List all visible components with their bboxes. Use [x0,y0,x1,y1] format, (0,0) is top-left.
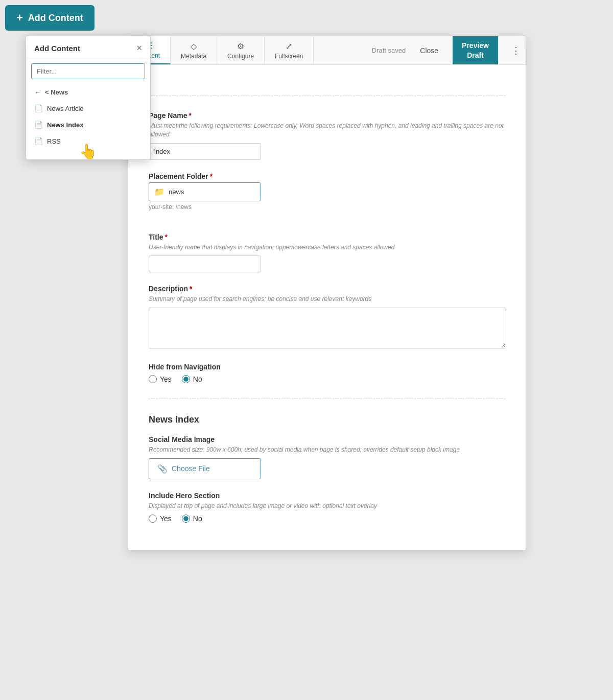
news-index-icon: 📄 [34,121,43,129]
preview-draft-button[interactable]: Preview Draft [453,36,498,64]
tab-metadata-label: Metadata [181,53,206,60]
configure-tab-icon: ⚙ [237,41,244,51]
tab-configure[interactable]: ⚙ Configure [217,36,265,64]
fullscreen-tab-icon: ⤢ [286,41,292,51]
hide-nav-no[interactable]: No [182,375,202,383]
hide-nav-no-radio[interactable] [182,375,190,383]
file-icon: 📎 [157,464,168,474]
add-content-panel: Add Content × ← < News 📄 News Article 📄 … [26,36,151,160]
page-name-field-group: Page Name* Must meet the following requi… [149,111,505,160]
placement-folder-field-group: Placement Folder* 📁 your-site: /news [149,172,505,211]
top-divider [149,96,505,96]
include-hero-hint: Displayed at top of page and includes la… [149,502,505,510]
hero-yes-radio[interactable] [149,515,157,523]
plus-icon: + [16,12,23,24]
middle-divider [149,399,505,399]
hero-radio-group: Yes No [149,515,505,523]
news-article-label: News Article [47,105,84,112]
description-label: Description* [149,285,505,293]
page-name-input[interactable] [149,143,261,160]
description-field-group: Description* Summary of page used for se… [149,285,505,351]
hero-no-label: No [193,515,202,523]
rss-icon: 📄 [34,137,43,145]
add-content-label: Add Content [28,13,83,24]
description-textarea[interactable] [149,308,506,348]
hide-from-nav-label: Hide from Navigation [149,363,505,371]
editor-card: ☰ Content ◇ Metadata ⚙ Configure ⤢ Fulls… [128,36,526,551]
editor-toolbar: ☰ Content ◇ Metadata ⚙ Configure ⤢ Fulls… [128,36,526,65]
draft-saved-status: Draft saved [372,46,406,54]
folder-icon: 📁 [154,187,164,197]
hide-from-nav-radio-group: Yes No [149,375,505,383]
hide-nav-yes[interactable]: Yes [149,375,172,383]
back-label: < News [45,88,68,96]
choose-file-label: Choose File [172,464,210,473]
metadata-tab-icon: ◇ [191,41,197,51]
tab-fullscreen-label: Fullscreen [275,53,303,60]
hide-from-nav-field-group: Hide from Navigation Yes No [149,363,505,383]
hide-nav-yes-radio[interactable] [149,375,157,383]
news-index-label: News Index [47,121,84,129]
social-media-image-field-group: Social Media Image Recommended size: 900… [149,435,505,479]
social-media-image-hint: Recommended size: 900w x 600h; used by s… [149,446,505,454]
panel-title: Add Content [34,44,80,53]
add-content-button[interactable]: + Add Content [5,5,95,31]
nav-item-news-index[interactable]: 📄 News Index [26,116,150,133]
choose-file-button[interactable]: 📎 Choose File [149,458,261,479]
tab-metadata[interactable]: ◇ Metadata [171,36,217,64]
placement-folder-path: your-site: /news [149,203,505,211]
news-index-section-heading: News Index [149,414,505,425]
title-field-group: Title* User-friendly name that displays … [149,233,505,273]
hero-yes[interactable]: Yes [149,515,172,523]
hero-yes-label: Yes [160,515,172,523]
preview-draft-label: Preview Draft [462,41,489,59]
content-area: Page Name* Must meet the following requi… [128,65,526,550]
folder-input-wrapper[interactable]: 📁 [149,182,261,201]
title-hint: User-friendly name that displays in navi… [149,243,505,252]
title-label: Title* [149,233,505,241]
tab-fullscreen[interactable]: ⤢ Fullscreen [265,36,314,64]
nav-item-news-article[interactable]: 📄 News Article [26,100,150,116]
nav-back-news[interactable]: ← < News [26,84,150,100]
placement-folder-label: Placement Folder* [149,172,505,180]
panel-header: Add Content × [26,36,150,58]
tab-group: ☰ Content ◇ Metadata ⚙ Configure ⤢ Fulls… [128,36,314,64]
tab-configure-label: Configure [227,53,254,60]
include-hero-label: Include Hero Section [149,492,505,500]
hide-nav-no-label: No [193,375,202,383]
placement-folder-input[interactable] [169,188,255,196]
news-article-icon: 📄 [34,104,43,112]
more-options-button[interactable]: ⋮ [506,36,526,64]
include-hero-field-group: Include Hero Section Displayed at top of… [149,492,505,523]
hero-no-radio[interactable] [182,515,190,523]
toolbar-right: Draft saved Close Preview Draft ⋮ [372,36,526,64]
description-hint: Summary of page used for search engines;… [149,295,505,304]
hide-nav-yes-label: Yes [160,375,172,383]
title-input[interactable] [149,255,261,272]
close-editor-button[interactable]: Close [414,46,444,55]
nav-item-rss[interactable]: 📄 RSS [26,133,150,149]
page-name-hint: Must meet the following requirements: Lo… [149,122,505,139]
page-name-label: Page Name* [149,111,505,120]
rss-label: RSS [47,137,61,145]
close-panel-button[interactable]: × [136,43,142,53]
back-arrow-icon: ← [34,88,41,96]
hero-no[interactable]: No [182,515,202,523]
filter-input[interactable] [31,63,145,79]
social-media-image-label: Social Media Image [149,435,505,444]
